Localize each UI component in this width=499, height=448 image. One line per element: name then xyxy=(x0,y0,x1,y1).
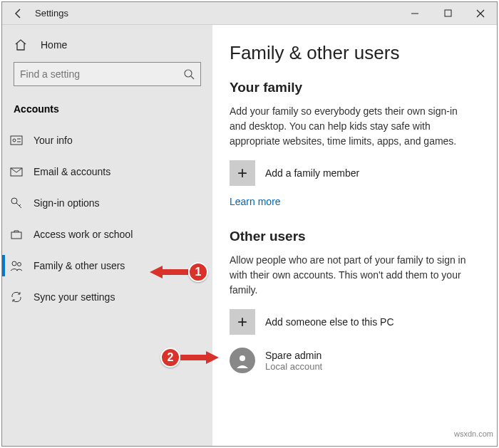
sidebar: Home Accounts Your info Email & accounts xyxy=(2,25,212,446)
add-family-button[interactable]: + Add a family member xyxy=(230,160,477,186)
person-card-icon xyxy=(9,133,24,147)
other-description: Allow people who are not part of your fa… xyxy=(230,253,477,298)
search-icon xyxy=(183,68,195,80)
svg-rect-12 xyxy=(11,232,21,239)
sidebar-item-label: Email & accounts xyxy=(34,166,110,177)
plus-icon: + xyxy=(230,160,255,186)
svg-rect-1 xyxy=(445,10,451,16)
add-family-label: Add a family member xyxy=(265,167,359,179)
sidebar-item-email[interactable]: Email & accounts xyxy=(2,156,212,187)
sidebar-item-label: Access work or school xyxy=(34,229,133,240)
svg-point-9 xyxy=(11,198,17,204)
svg-line-3 xyxy=(191,76,194,79)
user-name: Spare admin xyxy=(265,350,322,361)
sidebar-item-label: Your info xyxy=(34,135,73,146)
avatar-icon xyxy=(230,348,255,373)
svg-point-14 xyxy=(18,263,21,266)
sidebar-item-work[interactable]: Access work or school xyxy=(2,219,212,250)
svg-line-11 xyxy=(19,204,21,206)
user-entry[interactable]: Spare admin Local account xyxy=(230,348,477,373)
minimize-button[interactable] xyxy=(398,2,431,25)
family-heading: Your family xyxy=(230,80,477,95)
sync-icon xyxy=(9,290,24,304)
back-button[interactable] xyxy=(2,8,35,19)
mail-icon xyxy=(9,165,24,179)
svg-line-10 xyxy=(16,203,21,208)
sidebar-item-label: Family & other users xyxy=(34,260,125,271)
other-heading: Other users xyxy=(230,229,477,244)
titlebar: Settings xyxy=(2,2,497,25)
sidebar-item-signin[interactable]: Sign-in options xyxy=(2,187,212,219)
sidebar-item-sync[interactable]: Sync your settings xyxy=(2,281,212,313)
maximize-button[interactable] xyxy=(431,2,464,25)
page-heading: Family & other users xyxy=(230,42,477,64)
sidebar-item-your-info[interactable]: Your info xyxy=(2,125,212,156)
home-label: Home xyxy=(41,39,67,51)
section-title: Accounts xyxy=(2,98,212,125)
svg-rect-4 xyxy=(11,136,22,145)
svg-point-15 xyxy=(240,355,245,361)
search-input[interactable] xyxy=(20,68,183,80)
watermark: wsxdn.com xyxy=(454,429,493,438)
main-content: Family & other users Your family Add you… xyxy=(212,25,497,446)
sidebar-item-label: Sync your settings xyxy=(34,291,115,303)
sidebar-item-family[interactable]: Family & other users xyxy=(2,250,212,281)
svg-point-13 xyxy=(12,261,16,266)
key-icon xyxy=(9,196,24,210)
family-description: Add your family so everybody gets their … xyxy=(230,104,477,149)
search-box[interactable] xyxy=(14,62,201,86)
home-link[interactable]: Home xyxy=(2,31,212,59)
add-other-label: Add someone else to this PC xyxy=(265,316,394,328)
learn-more-link[interactable]: Learn more xyxy=(230,196,477,207)
home-icon xyxy=(14,38,28,51)
people-icon xyxy=(9,259,24,273)
user-type: Local account xyxy=(265,361,322,372)
window-title: Settings xyxy=(35,8,68,19)
add-other-button[interactable]: + Add someone else to this PC xyxy=(230,309,477,335)
plus-icon: + xyxy=(230,309,255,335)
briefcase-icon xyxy=(9,227,24,241)
sidebar-item-label: Sign-in options xyxy=(34,197,100,209)
svg-point-5 xyxy=(13,139,16,142)
svg-point-2 xyxy=(185,70,192,77)
close-button[interactable] xyxy=(464,2,497,25)
